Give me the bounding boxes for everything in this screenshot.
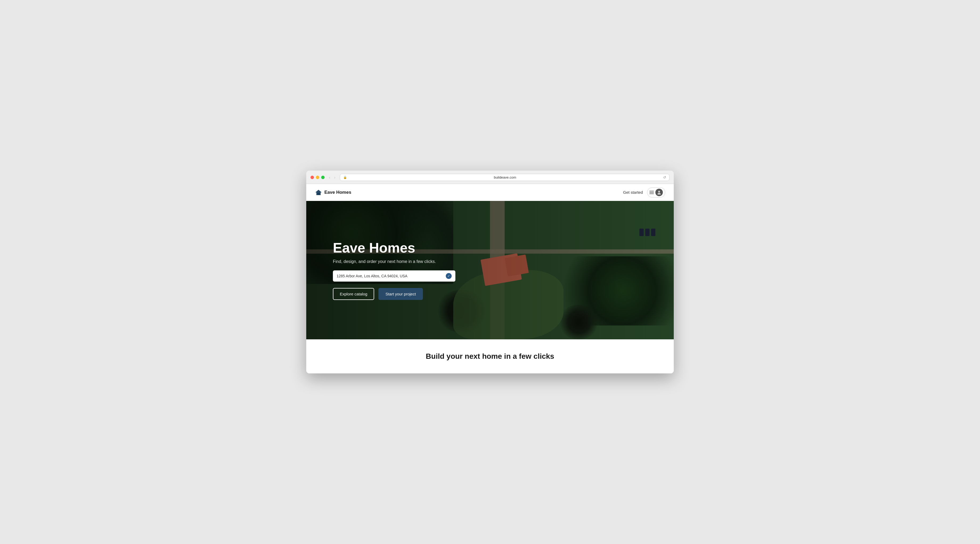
traffic-lights	[310, 176, 325, 179]
svg-rect-0	[317, 193, 320, 195]
browser-window: ‹ › 🔒 buildeave.com ↺	[306, 171, 674, 373]
bottom-section: Build your next home in a few clicks	[306, 339, 674, 373]
logo-icon	[315, 189, 322, 196]
nav-buttons: ‹ ›	[328, 174, 337, 181]
address-bar[interactable]: 🔒 buildeave.com ↺	[340, 174, 670, 181]
close-button[interactable]	[310, 176, 314, 179]
lock-icon: 🔒	[343, 176, 347, 179]
forward-arrow-icon: ›	[334, 175, 335, 180]
back-arrow-icon: ‹	[329, 175, 330, 180]
hero-subtitle: Find, design, and order your next home i…	[333, 259, 455, 264]
hero-title: Eave Homes	[333, 240, 455, 255]
forward-button[interactable]: ›	[333, 174, 336, 181]
browser-controls: ‹ › 🔒 buildeave.com ↺	[310, 174, 670, 181]
back-button[interactable]: ‹	[328, 174, 331, 181]
minimize-button[interactable]	[316, 176, 319, 179]
get-started-link[interactable]: Get started	[623, 190, 643, 195]
user-icon	[657, 190, 661, 195]
brand[interactable]: Eave Homes	[315, 189, 351, 196]
address-check-icon: ✓	[446, 273, 452, 279]
hero-content: Eave Homes Find, design, and order your …	[333, 240, 455, 300]
brand-logo	[315, 189, 322, 196]
hamburger-icon	[649, 191, 654, 194]
navbar: Eave Homes Get started	[306, 184, 674, 201]
navbar-right: Get started	[623, 187, 665, 197]
brand-name: Eave Homes	[325, 190, 351, 195]
explore-catalog-button[interactable]: Explore catalog	[333, 288, 374, 300]
address-input-wrapper: ✓	[333, 270, 455, 282]
browser-chrome: ‹ › 🔒 buildeave.com ↺	[306, 171, 674, 184]
svg-point-2	[657, 193, 661, 195]
hero-buttons: Explore catalog Start your project	[333, 288, 455, 300]
website-content: Eave Homes Get started	[306, 184, 674, 373]
bottom-title: Build your next home in a few clicks	[315, 352, 665, 361]
url-text: buildeave.com	[348, 175, 662, 179]
address-input[interactable]	[337, 274, 446, 278]
menu-avatar-button[interactable]	[647, 187, 665, 197]
start-project-button[interactable]: Start your project	[379, 288, 423, 300]
avatar	[655, 189, 663, 196]
hero-section: Eave Homes Find, design, and order your …	[306, 201, 674, 339]
maximize-button[interactable]	[321, 176, 325, 179]
svg-point-1	[658, 190, 660, 192]
refresh-button[interactable]: ↺	[663, 175, 666, 179]
